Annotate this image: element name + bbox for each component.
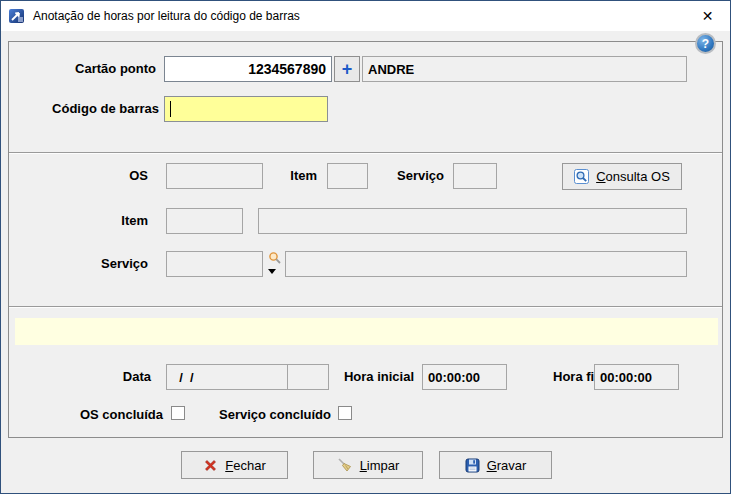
os-item-label: Item: [201, 168, 317, 183]
broom-icon: [337, 457, 353, 473]
fechar-button[interactable]: Fechar: [181, 451, 288, 479]
item-description-field: [258, 208, 687, 234]
cartao-ponto-label: Cartão ponto: [1, 61, 156, 76]
search-icon: [574, 169, 589, 184]
cartao-ponto-input[interactable]: 1234567890: [164, 56, 332, 82]
hora-final-field: 00:00:00: [594, 364, 679, 390]
data-label: Data: [1, 369, 151, 384]
gravar-mnemonic: G: [487, 458, 497, 473]
servico-description-field: [285, 251, 687, 277]
os-concluida-label: OS concluída: [1, 407, 163, 422]
servico-concluido-label: Serviço concluído: [191, 407, 331, 422]
employee-name-field: ANDRE: [362, 56, 687, 82]
divider-bottom: [9, 306, 722, 308]
consulta-os-button[interactable]: Consulta OS: [562, 163, 682, 190]
limpar-button[interactable]: Limpar: [313, 451, 423, 479]
os-servico-label: Serviço: [331, 168, 444, 183]
save-floppy-icon: [465, 458, 480, 473]
text-caret: [170, 101, 171, 117]
os-concluida-checkbox[interactable]: [171, 406, 185, 420]
hora-inicial-label: Hora inicial: [301, 369, 414, 384]
message-bar: [15, 318, 718, 345]
servico-concluido-checkbox[interactable]: [338, 406, 352, 420]
limpar-text: impar: [367, 458, 400, 473]
item-code-field: [166, 208, 243, 234]
fechar-text: echar: [233, 458, 266, 473]
plus-icon: +: [342, 60, 353, 78]
limpar-mnemonic: L: [360, 458, 367, 473]
servico-label: Serviço: [1, 256, 148, 271]
add-card-button[interactable]: +: [334, 56, 360, 82]
dialog-window: Anotação de horas por leitura do código …: [0, 0, 731, 494]
app-icon: [9, 8, 25, 24]
codigo-barras-label: Código de barras: [1, 101, 159, 116]
consulta-os-mnemonic: C: [596, 169, 605, 184]
gravar-text: ravar: [497, 458, 527, 473]
window-title: Anotação de horas por leitura do código …: [33, 9, 300, 23]
gravar-button[interactable]: Gravar: [439, 451, 552, 479]
codigo-barras-input[interactable]: [164, 96, 328, 122]
help-icon[interactable]: ?: [695, 33, 716, 54]
servico-dropdown-arrow-icon[interactable]: [268, 269, 276, 274]
servico-lookup-icon[interactable]: [267, 250, 283, 266]
hora-inicial-field: 00:00:00: [422, 364, 507, 390]
close-x-icon: [203, 458, 218, 473]
titlebar: Anotação de horas por leitura do código …: [1, 1, 730, 31]
item-label: Item: [1, 213, 148, 228]
close-icon[interactable]: ✕: [685, 1, 730, 31]
data-field: / /: [166, 364, 288, 390]
os-servico-field: [453, 163, 497, 189]
divider-top: [9, 152, 722, 154]
consulta-os-text: onsulta OS: [606, 169, 670, 184]
os-label: OS: [1, 168, 148, 183]
fechar-mnemonic: F: [225, 458, 233, 473]
servico-code-field: [166, 251, 263, 277]
